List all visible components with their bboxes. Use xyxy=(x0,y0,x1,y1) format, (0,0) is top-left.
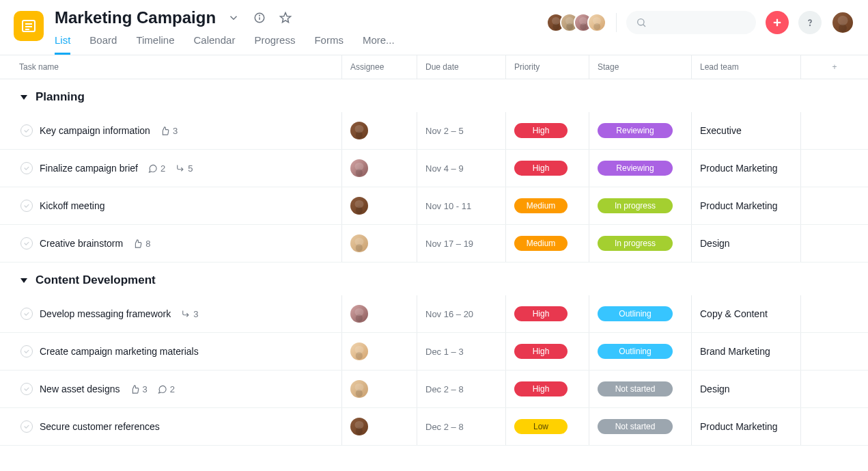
divider xyxy=(616,13,617,32)
due-date[interactable]: Nov 2 – 5 xyxy=(425,126,464,136)
chevron-down-icon[interactable] xyxy=(225,10,242,26)
assignee-avatar[interactable] xyxy=(350,305,368,323)
member-avatars[interactable] xyxy=(546,13,606,32)
svg-point-12 xyxy=(810,25,811,26)
complete-checkbox[interactable] xyxy=(20,237,33,250)
task-title: Finalize campaign brief xyxy=(40,163,138,174)
project-icon[interactable] xyxy=(14,11,44,41)
svg-marker-7 xyxy=(281,13,291,23)
due-date[interactable]: Nov 10 - 11 xyxy=(425,201,471,211)
add-column-button[interactable]: + xyxy=(800,55,868,79)
lead-team[interactable]: Product Marketing xyxy=(700,421,778,432)
task-title: Create campaign marketing materials xyxy=(40,346,199,357)
complete-checkbox[interactable] xyxy=(20,124,33,137)
assignee-avatar[interactable] xyxy=(350,122,368,139)
column-task-name: Task name xyxy=(0,55,341,79)
task-row[interactable]: Key campaign information3Nov 2 – 5HighRe… xyxy=(0,112,868,150)
star-icon[interactable] xyxy=(277,10,294,26)
due-date[interactable]: Nov 4 – 9 xyxy=(425,163,464,174)
due-date[interactable]: Dec 1 – 3 xyxy=(425,347,464,357)
info-icon[interactable] xyxy=(251,10,268,26)
complete-checkbox[interactable] xyxy=(20,162,33,174)
lead-team[interactable]: Design xyxy=(700,383,730,394)
priority-pill[interactable]: High xyxy=(514,381,568,396)
subtasks-count[interactable]: 3 xyxy=(180,309,198,319)
assignee-avatar[interactable] xyxy=(350,418,368,435)
task-row[interactable]: Kickoff meetingNov 10 - 11MediumIn progr… xyxy=(0,187,868,225)
due-date[interactable]: Dec 2 – 8 xyxy=(425,422,464,432)
section-toggle-icon[interactable] xyxy=(20,95,27,100)
add-button[interactable] xyxy=(766,11,789,34)
task-title: Key campaign information xyxy=(40,125,150,136)
subtasks-count[interactable]: 5 xyxy=(175,163,193,174)
section-toggle-icon[interactable] xyxy=(20,278,27,283)
comments-count[interactable]: 2 xyxy=(157,384,175,394)
priority-pill[interactable]: High xyxy=(514,344,568,359)
task-title: Develop messaging framework xyxy=(40,308,171,319)
assignee-avatar[interactable] xyxy=(350,197,368,215)
task-row[interactable]: Creative brainstorm8Nov 17 – 19MediumIn … xyxy=(0,225,868,263)
likes-count[interactable]: 8 xyxy=(132,239,150,249)
svg-point-6 xyxy=(260,15,260,16)
column-due-date: Due date xyxy=(417,55,505,79)
tab-more[interactable]: More... xyxy=(363,34,395,55)
tab-calendar[interactable]: Calendar xyxy=(194,34,236,55)
stage-pill[interactable]: Reviewing xyxy=(598,123,673,138)
priority-pill[interactable]: Low xyxy=(514,419,568,434)
stage-pill[interactable]: Outlining xyxy=(598,306,673,321)
help-button[interactable] xyxy=(798,11,822,34)
priority-pill[interactable]: Medium xyxy=(514,236,568,251)
stage-pill[interactable]: Reviewing xyxy=(598,161,673,176)
task-row[interactable]: New asset designs32Dec 2 – 8HighNot star… xyxy=(0,371,868,408)
comments-count[interactable]: 2 xyxy=(148,163,165,174)
task-title: Secure customer references xyxy=(40,421,160,432)
column-priority: Priority xyxy=(505,55,589,79)
lead-team[interactable]: Design xyxy=(700,238,730,249)
priority-pill[interactable]: High xyxy=(514,161,568,176)
tab-timeline[interactable]: Timeline xyxy=(136,34,174,55)
user-avatar[interactable] xyxy=(831,11,854,34)
tab-list[interactable]: List xyxy=(55,34,70,55)
priority-pill[interactable]: High xyxy=(514,306,568,321)
stage-pill[interactable]: Not started xyxy=(598,381,673,396)
likes-count[interactable]: 3 xyxy=(130,384,148,394)
complete-checkbox[interactable] xyxy=(20,383,33,395)
stage-pill[interactable]: In progress xyxy=(598,236,673,251)
stage-pill[interactable]: Outlining xyxy=(598,344,673,359)
task-row[interactable]: Create campaign marketing materialsDec 1… xyxy=(0,333,868,371)
lead-team[interactable]: Copy & Content xyxy=(700,308,768,319)
assignee-avatar[interactable] xyxy=(350,380,368,398)
due-date[interactable]: Nov 16 – 20 xyxy=(425,309,473,319)
priority-pill[interactable]: Medium xyxy=(514,198,568,213)
assignee-avatar[interactable] xyxy=(350,342,368,360)
search-input[interactable] xyxy=(626,11,756,34)
complete-checkbox[interactable] xyxy=(20,345,33,358)
priority-pill[interactable]: High xyxy=(514,123,568,138)
view-tabs: ListBoardTimelineCalendarProgressFormsMo… xyxy=(55,34,546,55)
complete-checkbox[interactable] xyxy=(20,420,33,433)
column-stage: Stage xyxy=(589,55,691,79)
tab-forms[interactable]: Forms xyxy=(314,34,344,55)
svg-point-8 xyxy=(638,19,644,25)
tab-progress[interactable]: Progress xyxy=(254,34,295,55)
member-avatar[interactable] xyxy=(587,13,606,32)
assignee-avatar[interactable] xyxy=(350,159,368,177)
lead-team[interactable]: Executive xyxy=(700,125,742,136)
likes-count[interactable]: 3 xyxy=(160,126,178,136)
task-row[interactable]: Secure customer referencesDec 2 – 8LowNo… xyxy=(0,408,868,446)
page-title: Marketing Campaign xyxy=(55,8,216,27)
stage-pill[interactable]: In progress xyxy=(598,198,673,213)
complete-checkbox[interactable] xyxy=(20,200,33,212)
lead-team[interactable]: Product Marketing xyxy=(700,163,778,174)
assignee-avatar[interactable] xyxy=(350,234,368,252)
task-row[interactable]: Finalize campaign brief25Nov 4 – 9HighRe… xyxy=(0,150,868,187)
lead-team[interactable]: Brand Marketing xyxy=(700,346,770,357)
task-title: New asset designs xyxy=(40,383,120,394)
task-row[interactable]: Develop messaging framework3Nov 16 – 20H… xyxy=(0,295,868,333)
due-date[interactable]: Dec 2 – 8 xyxy=(425,384,464,394)
tab-board[interactable]: Board xyxy=(89,34,117,55)
due-date[interactable]: Nov 17 – 19 xyxy=(425,239,473,249)
complete-checkbox[interactable] xyxy=(20,308,33,320)
lead-team[interactable]: Product Marketing xyxy=(700,200,778,211)
stage-pill[interactable]: Not started xyxy=(598,419,673,434)
